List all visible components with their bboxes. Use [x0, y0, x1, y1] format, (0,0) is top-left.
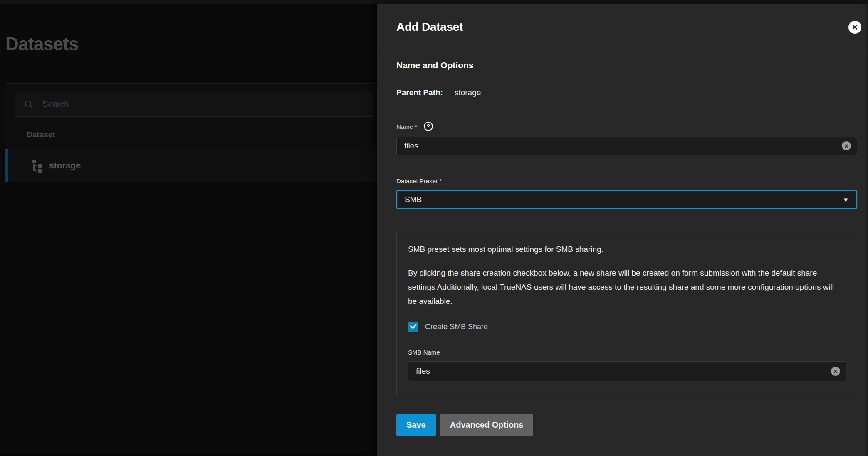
smb-name-label: SMB Name: [408, 349, 846, 356]
name-input[interactable]: [404, 141, 842, 150]
panel-right-edge: [866, 4, 868, 456]
column-header-dataset: Dataset: [27, 130, 55, 139]
create-smb-share-row: Create SMB Share: [408, 322, 846, 332]
name-field-wrapper: ✕: [396, 137, 857, 155]
search-field[interactable]: [15, 92, 373, 117]
parent-path-label: Parent Path:: [396, 88, 443, 97]
page-title: Datasets: [5, 34, 78, 54]
dataset-tree-icon: [30, 159, 43, 172]
datasets-card: Dataset storage: [5, 85, 377, 182]
close-icon: ✕: [852, 23, 858, 31]
panel-header: Add Dataset ✕: [377, 4, 868, 50]
search-icon: [24, 100, 33, 109]
preset-label: Dataset Preset *: [396, 177, 442, 185]
screen: Datasets Dataset storage: [0, 0, 868, 456]
chevron-down-icon: ▼: [843, 196, 849, 203]
preset-selected-value: SMB: [405, 195, 843, 204]
help-icon[interactable]: ?: [424, 122, 433, 131]
section-title: Name and Options: [396, 60, 857, 70]
name-label-row: Name * ?: [396, 122, 857, 131]
info-paragraph: By clicking the share creation checkbox …: [408, 266, 841, 308]
save-button[interactable]: Save: [396, 414, 436, 436]
smb-name-field-wrapper: ✕: [408, 361, 846, 381]
advanced-options-button[interactable]: Advanced Options: [440, 414, 534, 436]
add-dataset-panel: Add Dataset ✕ Name and Options Parent Pa…: [377, 4, 868, 456]
dataset-preset-select[interactable]: SMB ▼: [396, 190, 857, 209]
parent-path-row: Parent Path: storage: [396, 88, 857, 97]
panel-title: Add Dataset: [396, 20, 848, 34]
smb-name-input[interactable]: [416, 367, 831, 376]
smb-preset-info-box: SMB preset sets most optimal settings fo…: [396, 233, 857, 395]
smb-name-clear-button[interactable]: ✕: [831, 367, 840, 376]
datasets-page: Datasets Dataset storage: [0, 4, 377, 456]
name-label: Name *: [396, 123, 417, 130]
title-divider: [5, 83, 377, 84]
create-smb-share-label: Create SMB Share: [425, 323, 488, 331]
preset-label-row: Dataset Preset *: [396, 177, 857, 185]
close-button[interactable]: ✕: [848, 21, 861, 34]
app-topbar: [0, 0, 868, 4]
form-buttons-row: Save Advanced Options: [396, 414, 857, 436]
name-clear-button[interactable]: ✕: [842, 141, 851, 150]
clear-icon: ✕: [844, 143, 849, 149]
info-line1: SMB preset sets most optimal settings fo…: [408, 243, 846, 256]
dataset-name: storage: [49, 160, 81, 170]
create-smb-share-checkbox[interactable]: [408, 322, 418, 332]
panel-body: Name and Options Parent Path: storage Na…: [377, 60, 868, 436]
dataset-row-storage[interactable]: storage: [5, 149, 377, 182]
clear-icon: ✕: [833, 369, 838, 374]
search-input[interactable]: [42, 99, 334, 109]
parent-path-value: storage: [455, 88, 481, 97]
